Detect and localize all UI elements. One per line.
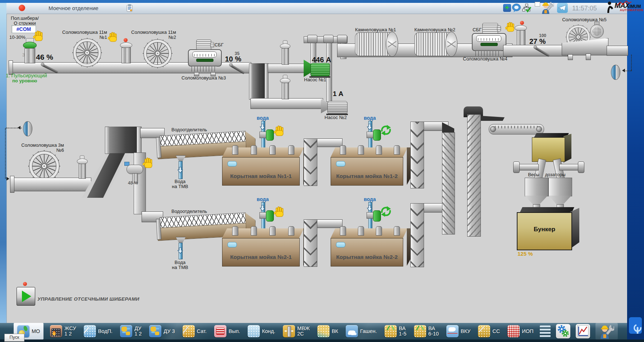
fork-duct	[109, 127, 137, 153]
manual-mode-hand-icon[interactable]	[274, 206, 285, 218]
taskbar-item-конд-[interactable]: Конд.	[247, 323, 276, 339]
doser-valve[interactable]	[513, 161, 520, 173]
fan-motor[interactable]	[590, 24, 604, 38]
taskbar-item-иоп[interactable]: ИОП	[506, 323, 534, 339]
water-valve-flange	[367, 212, 374, 219]
telegram-icon[interactable]	[557, 3, 568, 13]
diffuser-icon	[149, 325, 161, 337]
sight-glass	[336, 242, 345, 247]
water-valve-2[interactable]	[373, 129, 381, 141]
page-connector[interactable]	[23, 121, 32, 136]
pump1-label: Насос №1	[304, 77, 326, 82]
taskbar-item-сат-[interactable]: Сат.	[181, 323, 208, 339]
scada-screen: Моечное отделение + 11:57:05 MAXIMUM AUT…	[0, 0, 644, 342]
vertical-duct	[442, 132, 455, 234]
diffuser-icon	[120, 325, 132, 337]
trough-leg	[568, 54, 573, 60]
bucket-elevator[interactable]	[467, 114, 481, 237]
evaporator-icon	[214, 325, 226, 337]
discharge-box	[607, 46, 628, 56]
straw-trap-3-label: Соломоловушка №3	[181, 76, 226, 81]
taskbar-item-гашен-[interactable]: Гашен.	[345, 323, 378, 339]
taskbar-item-мвж[interactable]: МВЖ2С	[282, 323, 311, 339]
sight-glass	[336, 161, 345, 167]
gate1-value: 46 %	[36, 53, 53, 61]
taskbar-item-сс[interactable]: СС	[477, 323, 501, 339]
tray-window-icon[interactable]	[535, 2, 540, 6]
manual-mode-hand-icon[interactable]	[143, 157, 153, 169]
flow-connector-line	[5, 128, 6, 179]
stone-trap-1-label: Камнеловушка №1	[347, 27, 404, 32]
gates-control-button[interactable]	[17, 287, 35, 306]
service-worker-icon[interactable]	[595, 323, 618, 339]
belt-conveyor[interactable]	[489, 124, 544, 134]
operator-icon[interactable]	[540, 1, 555, 14]
touch-mode-button[interactable]	[629, 317, 642, 334]
gate-range-label: 10-30%	[9, 35, 26, 40]
wash-tank-label: Корытная мойка №2-1	[222, 254, 299, 260]
pump-1[interactable]	[310, 63, 330, 77]
flow-down-arrow	[260, 123, 265, 131]
taskbar-item-вк[interactable]: ВК	[316, 323, 339, 339]
taskbar-item-жсу[interactable]: ЖСУ1 2	[49, 323, 77, 339]
manual-mode-hand-icon[interactable]	[33, 30, 44, 42]
water-valve-4[interactable]	[373, 210, 381, 222]
straw-trap-4-label: Соломоловушка №4	[463, 56, 507, 61]
vku-icon	[446, 325, 459, 337]
saturator-icon	[183, 325, 195, 337]
dosers-label: дозаторы	[544, 172, 566, 177]
pump-2[interactable]	[327, 101, 348, 114]
taskbar-item-ва[interactable]: ВА6-10	[413, 323, 440, 339]
alarm-indicator[interactable]	[19, 5, 25, 11]
recirculation-icon[interactable]	[380, 124, 392, 136]
trends-chart-icon[interactable]	[576, 324, 590, 338]
report-icon[interactable]	[126, 4, 133, 12]
manual-mode-hand-icon[interactable]	[274, 125, 285, 137]
network-status-icon[interactable]	[522, 4, 532, 13]
recirculation-icon[interactable]	[380, 206, 392, 217]
taskbar-bottom-strip	[0, 339, 644, 342]
start-button[interactable]: Пуск	[4, 334, 24, 342]
flow-connector-line	[631, 55, 632, 70]
wash-tank-label: Корытная мойка №1-2	[331, 173, 403, 179]
stone-trap-2-label: Камнеловушка №2	[406, 27, 464, 32]
com-value-box[interactable]: #COM	[12, 25, 36, 33]
trough-leg	[586, 54, 591, 60]
taskbar-item-ва[interactable]: ВА1-5	[383, 323, 408, 339]
lime-icon	[346, 325, 358, 337]
fork-valve-value: 48 %	[128, 181, 138, 186]
clock: 11:57:05	[572, 5, 597, 12]
gate-flow-label: Пол.шибера/Q стружки	[5, 16, 45, 26]
menu-icon[interactable]	[540, 325, 551, 337]
taskbar-item-вып-[interactable]: Вып.	[213, 323, 241, 339]
straw-trap-2-wheel[interactable]	[142, 38, 173, 69]
taskbar-item-ду[interactable]: ДУ1 2	[119, 323, 143, 339]
tmv-water-label: Водана ТМВ	[164, 260, 196, 270]
bunker-level-value: 125 %	[518, 251, 533, 257]
conveyor-roller	[490, 126, 496, 132]
mvzh-icon	[283, 325, 295, 337]
taskbar-item-ду-3[interactable]: ДУ 3	[148, 323, 176, 339]
water-valve-3[interactable]	[266, 210, 274, 222]
water-valve-1[interactable]	[266, 129, 274, 141]
pipe-joint	[337, 35, 347, 43]
mode-text-2: по уровню	[12, 78, 37, 83]
va-icon	[385, 325, 397, 337]
taskbar-item-вку[interactable]: ВКУ	[445, 323, 472, 339]
doser-valve[interactable]	[578, 161, 584, 173]
settings-gears-icon[interactable]	[556, 324, 570, 338]
straw-trap-1-wheel[interactable]	[72, 37, 103, 68]
taskbar-item-водп-[interactable]: ВодП.	[83, 323, 114, 339]
straw-trap-5-label: Соломоловушка №5	[559, 17, 610, 22]
elevator-conveyor	[410, 203, 424, 267]
manual-mode-hand-icon[interactable]	[108, 32, 118, 42]
chat-icon[interactable]	[512, 3, 521, 13]
sight-glass	[227, 161, 237, 167]
page-connector[interactable]	[611, 65, 620, 80]
iop-icon	[507, 325, 520, 337]
manual-mode-hand-icon[interactable]	[505, 22, 515, 32]
sight-glass	[227, 242, 237, 247]
gate2-value: 10 %	[225, 55, 242, 63]
add-icon[interactable]: +	[503, 4, 511, 12]
pump2-label: Насос №2	[324, 115, 347, 120]
